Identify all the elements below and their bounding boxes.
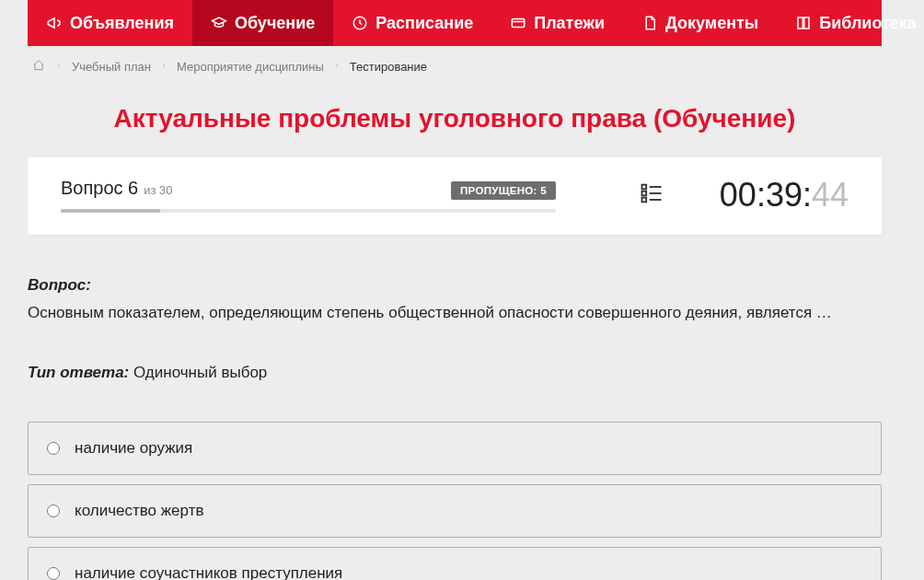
answer-radio[interactable]	[47, 442, 60, 455]
payment-icon	[510, 15, 526, 31]
skipped-badge: ПРОПУЩЕНО: 5	[451, 181, 556, 200]
home-icon	[31, 59, 46, 72]
progress-bar-fill	[61, 209, 160, 213]
viewport-scroll[interactable]: Объявления Обучение Расписание Платежи Д…	[0, 0, 924, 580]
timer: 00:39:44	[720, 176, 849, 215]
nav-education[interactable]: Обучение	[192, 0, 333, 46]
question-progress: Вопрос 6 из 30 ПРОПУЩЕНО: 5	[61, 178, 556, 213]
answer-option[interactable]: количество жертв	[28, 484, 882, 538]
breadcrumb-separator	[160, 60, 167, 74]
answer-text: количество жертв	[75, 502, 203, 520]
nav-schedule[interactable]: Расписание	[333, 0, 491, 46]
main-nav: Объявления Обучение Расписание Платежи Д…	[28, 0, 882, 46]
question-number-label: Вопрос 6	[61, 178, 138, 199]
nav-library[interactable]: Библиотека	[777, 0, 924, 46]
answer-type-label: Тип ответа:	[28, 364, 129, 381]
nav-payments[interactable]: Платежи	[491, 0, 623, 46]
breadcrumb-separator	[333, 60, 341, 74]
answer-radio[interactable]	[47, 567, 60, 580]
breadcrumb: Учебный план Мероприятие дисциплины Тест…	[0, 46, 909, 87]
graduation-icon	[211, 15, 227, 31]
svg-rect-3	[641, 191, 646, 196]
answer-option[interactable]: наличие оружия	[28, 422, 882, 475]
answer-option[interactable]: наличие соучастников преступления	[28, 547, 882, 580]
progress-panel: Вопрос 6 из 30 ПРОПУЩЕНО: 5	[28, 157, 882, 235]
nav-label: Обучение	[235, 14, 315, 33]
timer-minutes: 00	[720, 176, 757, 215]
book-icon	[795, 15, 812, 31]
answer-text: наличие оружия	[75, 439, 192, 458]
answer-options: наличие оружия количество жертв наличие …	[0, 422, 909, 580]
svg-rect-4	[641, 198, 646, 203]
breadcrumb-home[interactable]	[31, 59, 46, 75]
question-list-button[interactable]	[639, 180, 664, 210]
breadcrumb-item-testing: Тестирование	[350, 60, 427, 74]
question-body: Вопрос: Основным показателем, определяющ…	[0, 235, 909, 385]
page-title: Актуальные проблемы уголовного права (Об…	[0, 87, 909, 157]
progress-bar	[61, 209, 556, 213]
question-total: из 30	[144, 183, 172, 197]
nav-label: Расписание	[375, 14, 473, 33]
question-text: Основным показателем, определяющим степе…	[28, 301, 882, 325]
nav-announcements[interactable]: Объявления	[28, 0, 192, 46]
megaphone-icon	[46, 15, 63, 31]
timer-seconds: 39	[766, 176, 803, 215]
answer-text: наличие соучастников преступления	[75, 564, 342, 580]
list-icon	[639, 180, 664, 206]
nav-label: Библиотека	[819, 14, 917, 33]
clock-icon	[352, 15, 368, 31]
svg-rect-2	[641, 185, 646, 190]
breadcrumb-item-plan[interactable]: Учебный план	[72, 60, 151, 74]
nav-label: Документы	[665, 14, 758, 33]
answer-radio[interactable]	[47, 505, 60, 517]
question-label: Вопрос:	[28, 276, 91, 294]
breadcrumb-separator	[55, 60, 63, 74]
svg-rect-1	[512, 19, 525, 28]
document-icon	[641, 15, 658, 31]
page: Объявления Обучение Расписание Платежи Д…	[0, 0, 909, 580]
breadcrumb-item-event[interactable]: Мероприятие дисциплины	[177, 60, 324, 74]
nav-label: Платежи	[534, 14, 605, 33]
nav-documents[interactable]: Документы	[623, 0, 777, 46]
nav-label: Объявления	[70, 14, 174, 33]
answer-type-value: Одиночный выбор	[133, 364, 267, 381]
timer-ms: 44	[812, 176, 849, 215]
